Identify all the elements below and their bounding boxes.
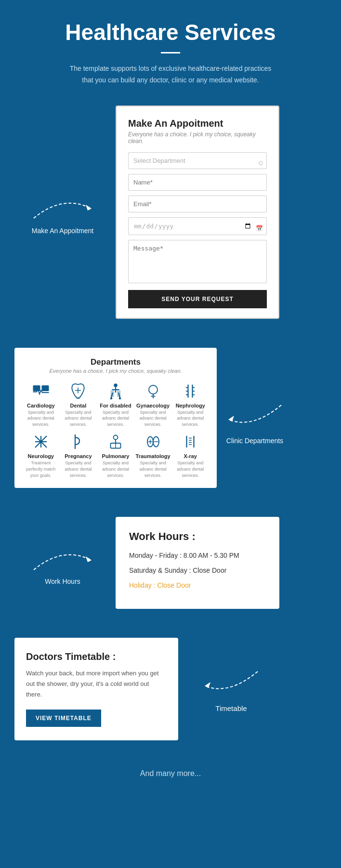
gynaecology-name: Gynaecology: [135, 403, 171, 408]
hero-description: The template supports lots of exclusive …: [65, 63, 276, 86]
cardiology-name: Cardiology: [23, 403, 59, 408]
arrow-workhours-icon: [29, 541, 96, 575]
pulmonary-icon: [104, 432, 127, 451]
disabled-name: For disabled: [98, 403, 133, 408]
date-input[interactable]: [128, 217, 267, 235]
wh-row-2: Holiday : Close Door: [129, 580, 264, 591]
wh-row-0: Monday - Friday : 8.00 AM - 5.30 PM: [129, 551, 264, 561]
svg-point-5: [114, 383, 118, 387]
dept-traumatology: Traumatology Specialty and advanc dental…: [135, 432, 171, 478]
message-input[interactable]: [128, 240, 267, 283]
tt-title: Doctors Timetable :: [26, 651, 167, 662]
pregnancy-name: Pregnancy: [61, 453, 96, 459]
workhours-card: Work Hours : Monday - Friday : 8.00 AM -…: [116, 517, 279, 609]
traumatology-desc: Specialty and advanc dental services.: [135, 460, 171, 478]
svg-rect-2: [41, 385, 49, 391]
arrow-left-icon: [223, 395, 286, 434]
hero-section: Healthcare Services The template support…: [0, 0, 341, 101]
footer-section: And many more...: [0, 755, 341, 802]
nephrology-name: Nephrology: [172, 403, 208, 408]
svg-rect-10: [110, 390, 114, 397]
dept-card-subtitle: Everyone has a choice. I pick my choice,…: [23, 368, 208, 374]
appointment-left: Make An Appoitment: [10, 189, 116, 235]
departments-grid: Cardiology Specialty and advanc dental s…: [23, 381, 208, 479]
xray-name: X-ray: [172, 453, 208, 459]
pregnancy-desc: Specialty and advanc dental services.: [61, 460, 96, 478]
page-title: Healthcare Services: [29, 19, 312, 45]
pulmonary-name: Pulmonary: [98, 453, 133, 459]
departments-label: Clinic Departments: [226, 437, 283, 445]
dept-dental: Dental Specialty and advanc dental servi…: [61, 381, 96, 428]
dental-name: Dental: [61, 403, 96, 408]
cardiology-icon: [29, 381, 52, 401]
gynaecology-desc: Specialty and advanc dental services.: [135, 409, 171, 428]
svg-marker-44: [86, 556, 92, 562]
traumatology-icon: [142, 432, 165, 451]
timetable-label: Timetable: [215, 704, 247, 712]
timetable-right: Timetable: [178, 662, 284, 712]
workhours-label: Work Hours: [45, 578, 80, 585]
footer-text: And many more...: [140, 769, 201, 777]
send-request-button[interactable]: SEND YOUR REQUEST: [128, 290, 267, 308]
dept-gynaecology: Gynaecology Specialty and advanc dental …: [135, 381, 171, 428]
timetable-section: Doctors Timetable : Watch your back, but…: [0, 623, 341, 755]
appt-card-title: Make An Appoitment: [128, 118, 267, 129]
xray-icon: [179, 432, 202, 451]
name-input[interactable]: [128, 174, 267, 191]
appointment-section: Make An Appoitment Make An Appoitment Ev…: [0, 101, 341, 338]
department-select[interactable]: Select Department: [128, 152, 267, 169]
wh-row-1: Saturday & Sunday : Close Door: [129, 566, 264, 576]
pregnancy-icon: [66, 432, 90, 451]
email-input[interactable]: [128, 196, 267, 212]
dept-disabled: For disabled Specialty and advanc dental…: [98, 381, 133, 428]
view-timetable-button[interactable]: VIEW TIMETABLE: [26, 710, 101, 727]
traumatology-name: Traumatology: [135, 453, 171, 459]
svg-marker-45: [205, 682, 210, 688]
departments-right: Clinic Departments: [223, 395, 286, 445]
disabled-icon: [104, 381, 127, 401]
dept-xray: X-ray Specialty and advanc dental servic…: [172, 432, 208, 478]
neurology-name: Neurology: [23, 453, 59, 459]
gynaecology-icon: [142, 381, 165, 401]
dept-neurology: Neurology Treatment perfectly match your…: [23, 432, 59, 478]
svg-point-9: [119, 397, 121, 399]
neurology-desc: Treatment perfectly match your goals.: [23, 460, 59, 478]
svg-marker-0: [86, 205, 92, 210]
appointment-label: Make An Appoitment: [32, 227, 93, 235]
svg-rect-1: [33, 385, 40, 391]
disabled-desc: Specialty and advanc dental services.: [98, 409, 133, 428]
department-select-wrap: Select Department: [128, 152, 267, 174]
date-wrap: [128, 217, 267, 240]
dept-card-title: Departments: [23, 357, 208, 367]
appt-card-subtitle: Everyone has a choice. I pick my choice,…: [128, 131, 267, 145]
nephrology-desc: Specialty and advanc dental services.: [172, 409, 208, 428]
tt-description: Watch your back, but more import when yo…: [26, 668, 167, 700]
neurology-icon: [29, 432, 52, 451]
arrow-timetable-icon: [200, 662, 262, 700]
svg-point-12: [149, 385, 157, 394]
svg-rect-11: [117, 390, 121, 397]
workhours-left: Work Hours: [10, 541, 116, 585]
timetable-card: Doctors Timetable : Watch your back, but…: [14, 638, 178, 740]
dental-desc: Specialty and advanc dental services.: [61, 409, 96, 428]
dept-cardiology: Cardiology Specialty and advanc dental s…: [23, 381, 59, 428]
dental-icon: [66, 381, 90, 401]
hero-divider: [161, 52, 180, 53]
nephrology-icon: [179, 381, 202, 401]
cardiology-desc: Specialty and advanc dental services.: [23, 409, 59, 428]
xray-desc: Specialty and advanc dental services.: [172, 460, 208, 478]
svg-point-8: [110, 397, 113, 399]
dept-nephrology: Nephrology Specialty and advanc dental s…: [172, 381, 208, 428]
arrow-right-icon: [29, 189, 96, 223]
workhours-section: Work Hours Work Hours : Monday - Friday …: [0, 502, 341, 623]
appointment-card: Make An Appoitment Everyone has a choice…: [116, 105, 279, 319]
departments-card: Departments Everyone has a choice. I pic…: [14, 348, 217, 488]
departments-section: Departments Everyone has a choice. I pic…: [0, 338, 341, 503]
pulmonary-desc: Specialty and advanc dental services.: [98, 460, 133, 478]
svg-point-28: [113, 435, 118, 440]
dept-pulmonary: Pulmonary Specialty and advanc dental se…: [98, 432, 133, 478]
dept-pregnancy: Pregnancy Specialty and advanc dental se…: [61, 432, 96, 478]
wh-title: Work Hours :: [129, 530, 264, 543]
svg-marker-43: [228, 416, 234, 421]
